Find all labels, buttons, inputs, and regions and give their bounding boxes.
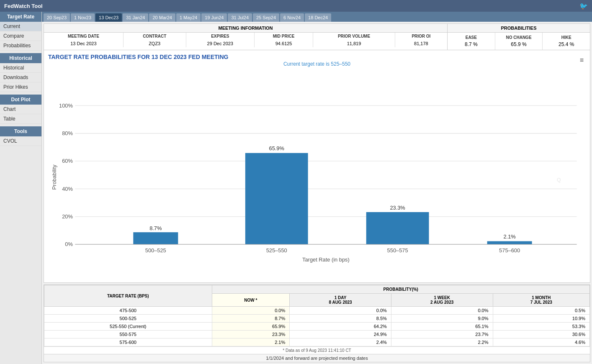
1day-value: 0.0% [290, 307, 391, 315]
meeting-info-table: MEETING DATECONTRACTEXPIRESMID PRICEPRIO… [44, 33, 447, 47]
table-body: 475-5000.0%0.0%0.0%0.5%500-5258.7%8.5%9.… [44, 307, 590, 346]
probability-header: PROBABILITY(%) [212, 285, 589, 294]
meeting-info: MEETING INFORMATION MEETING DATECONTRACT… [44, 24, 590, 50]
svg-text:80%: 80% [62, 130, 73, 136]
sidebar-item-table[interactable]: Table [0, 114, 41, 124]
svg-text:100%: 100% [59, 103, 73, 109]
ease-value: 8.7 % [449, 41, 493, 48]
meeting-info-header-row: MEETING DATECONTRACTEXPIRESMID PRICEPRIO… [44, 33, 447, 40]
1month-value: 53.3% [493, 323, 590, 331]
1day-value: 8.5% [290, 315, 391, 323]
svg-text:550–575: 550–575 [387, 247, 408, 254]
ease-label: EASE [449, 34, 493, 41]
hamburger-menu[interactable]: ≡ [580, 56, 584, 64]
table-row: 525-550 (Current)65.9%64.2%65.1%53.3% [44, 323, 590, 331]
chart-subtitle: Current target rate is 525–550 [44, 60, 590, 68]
historical-section[interactable]: Historical [0, 53, 41, 63]
tab-1nov23[interactable]: 1 Nov23 [71, 13, 95, 22]
1day-value: 64.2% [290, 323, 391, 331]
sidebar-item-probabilities[interactable]: Probabilities [0, 41, 41, 51]
sidebar-item-compare[interactable]: Compare [0, 31, 41, 41]
nochange-value: 65.9 % [497, 41, 541, 48]
tab-20mar24[interactable]: 20 Mar24 [149, 13, 175, 22]
table-row: 550-57523.3%24.9%23.7%30.6% [44, 331, 590, 338]
sidebar-item-cvol[interactable]: CVOL [0, 136, 41, 146]
svg-text:8.7%: 8.7% [149, 225, 162, 231]
meeting-tabs: 20 Sep231 Nov2313 Dec2331 Jan2420 Mar241… [42, 12, 592, 22]
col-1week-header: 1 WEEK2 AUG 2023 [391, 294, 493, 307]
svg-text:23.3%: 23.3% [390, 205, 405, 211]
col-1day-header: 1 DAY8 AUG 2023 [290, 294, 391, 307]
sidebar-item-historical[interactable]: Historical [0, 63, 41, 73]
bar-550-575 [366, 212, 429, 244]
svg-text:500–525: 500–525 [145, 247, 166, 254]
content-area: 20 Sep231 Nov2313 Dec2331 Jan2420 Mar241… [42, 12, 592, 364]
hike-col: HIKE 25.4 % [543, 33, 590, 50]
table-row: 475-5000.0%0.0%0.0%0.5% [44, 307, 590, 315]
svg-text:40%: 40% [62, 186, 73, 192]
now-value: 8.7% [212, 315, 290, 323]
col-now-header: NOW * [212, 294, 290, 307]
probability-table: TARGET RATE (BPS) PROBABILITY(%) NOW * 1… [44, 285, 590, 346]
tab-31jul24[interactable]: 31 Jul24 [228, 13, 252, 22]
svg-text:Q: Q [557, 177, 561, 183]
table-header-row: TARGET RATE (BPS) PROBABILITY(%) [44, 285, 590, 294]
tab-19jun24[interactable]: 19 Jun24 [201, 13, 227, 22]
sidebar-item-current[interactable]: Current [0, 22, 41, 31]
app-header: FedWatch Tool 🐦 [0, 0, 592, 12]
app-title: FedWatch Tool [4, 3, 43, 9]
svg-text:2.1%: 2.1% [503, 233, 515, 240]
prob-values: EASE 8.7 % NO CHANGE 65.9 % HIKE 25.4 % [448, 33, 590, 50]
meeting-info-data-row: 13 Dec 2023ZQZ329 Dec 202394.612511,8198… [44, 40, 447, 47]
hike-value: 25.4 % [544, 41, 588, 48]
1week-value: 9.0% [391, 315, 493, 323]
target-rate-section[interactable]: Target Rate [0, 12, 41, 22]
1day-value: 24.9% [290, 331, 391, 338]
table-footer: 1/1/2024 and forward are projected meeti… [44, 354, 590, 362]
tab-18dec24[interactable]: 18 Dec24 [305, 13, 331, 22]
tab-13dec23[interactable]: 13 Dec23 [95, 13, 122, 22]
bottom-table-container: TARGET RATE (BPS) PROBABILITY(%) NOW * 1… [44, 285, 590, 362]
nochange-col: NO CHANGE 65.9 % [495, 33, 543, 50]
sidebar-item-chart[interactable]: Chart [0, 105, 41, 114]
svg-text:20%: 20% [62, 213, 73, 220]
svg-text:575–600: 575–600 [499, 247, 520, 254]
meeting-info-section: MEETING INFORMATION MEETING DATECONTRACT… [44, 24, 448, 50]
sidebar: Target Rate Current Compare Probabilitie… [0, 12, 42, 364]
col-1month-header: 1 MONTH7 JUL 2023 [493, 294, 590, 307]
1week-value: 23.7% [391, 331, 493, 338]
tab-1may24[interactable]: 1 May24 [176, 13, 201, 22]
1month-value: 10.9% [493, 315, 590, 323]
bar-500-525 [133, 232, 178, 244]
svg-text:65.9%: 65.9% [269, 145, 284, 151]
bar-chart: 0% 20% 40% 60% 80% 100% Probability [44, 68, 590, 282]
twitter-icon[interactable]: 🐦 [579, 2, 588, 10]
chart-area: MEETING INFORMATION MEETING DATECONTRACT… [44, 23, 590, 283]
tools-section[interactable]: Tools [0, 126, 41, 136]
1month-value: 30.6% [493, 331, 590, 338]
table-row: 575-6002.1%2.4%2.2%4.6% [44, 338, 590, 346]
svg-text:Target Rate (in bps): Target Rate (in bps) [302, 256, 350, 263]
tab-31jan24[interactable]: 31 Jan24 [123, 13, 148, 22]
target-rate-header: TARGET RATE (BPS) [44, 285, 212, 307]
tab-25sep24[interactable]: 25 Sep24 [253, 13, 279, 22]
1week-value: 2.2% [391, 338, 493, 346]
bar-525-550 [245, 153, 308, 244]
now-value: 23.3% [212, 331, 290, 338]
hike-label: HIKE [544, 34, 588, 41]
table-row: 500-5258.7%8.5%9.0%10.9% [44, 315, 590, 323]
tab-20sep23[interactable]: 20 Sep23 [44, 13, 70, 22]
dot-plot-section[interactable]: Dot Plot [0, 95, 41, 105]
svg-text:Probability: Probability [51, 164, 57, 190]
1month-value: 0.5% [493, 307, 590, 315]
main-layout: Target Rate Current Compare Probabilitie… [0, 12, 592, 364]
tab-6nov24[interactable]: 6 Nov24 [280, 13, 304, 22]
svg-text:525–550: 525–550 [266, 247, 287, 254]
sidebar-item-downloads[interactable]: Downloads [0, 73, 41, 82]
meeting-info-header: MEETING INFORMATION [44, 24, 447, 33]
1week-value: 65.1% [391, 323, 493, 331]
sidebar-item-prior-hikes[interactable]: Prior Hikes [0, 82, 41, 92]
prob-header: PROBABILITIES [448, 24, 590, 33]
chart-title: TARGET RATE PROBABILITIES FOR 13 DEC 202… [44, 50, 590, 60]
now-value: 0.0% [212, 307, 290, 315]
